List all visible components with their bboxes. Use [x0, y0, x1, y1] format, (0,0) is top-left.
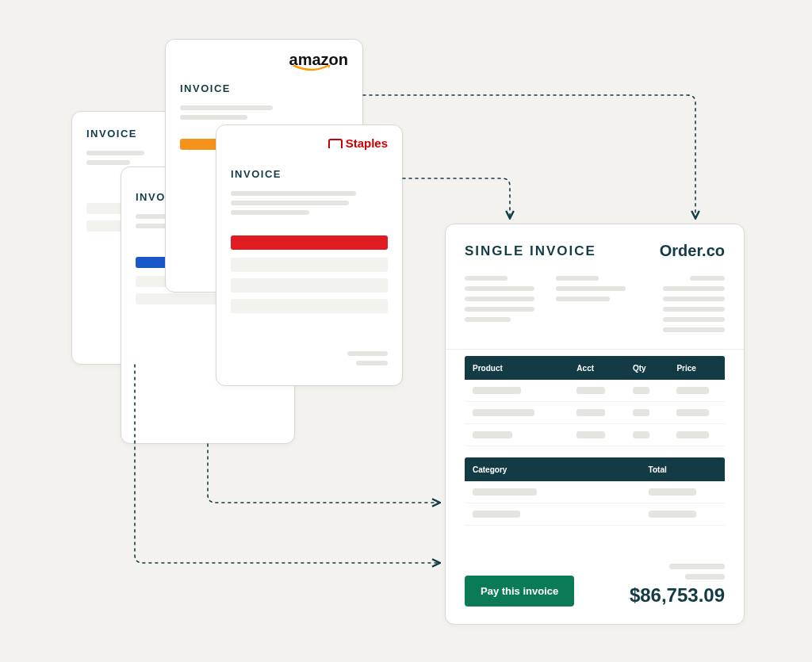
table-row	[465, 402, 725, 424]
pay-invoice-button[interactable]: Pay this invoice	[465, 576, 574, 607]
col-header-product: Product	[465, 364, 569, 373]
single-invoice-title: SINGLE INVOICE	[465, 243, 596, 259]
col-header-price: Price	[668, 364, 725, 373]
invoice-card-staples: Staples INVOICE	[216, 124, 403, 386]
staples-logo: Staples	[328, 136, 388, 150]
table-row	[465, 503, 725, 526]
single-invoice-card: SINGLE INVOICE Order.co Product A	[445, 224, 745, 625]
meta-columns	[446, 271, 744, 346]
total-amount: $86,753.09	[630, 584, 725, 607]
amazon-smile-icon	[293, 64, 332, 72]
invoice-title: INVOICE	[231, 168, 402, 180]
table-row	[465, 380, 725, 402]
invoice-total: $86,753.09	[630, 564, 725, 607]
col-header-qty: Qty	[625, 364, 668, 373]
table-row	[465, 424, 725, 446]
table-row	[465, 481, 725, 503]
accent-bar	[231, 235, 388, 250]
orderco-brand: Order.co	[660, 242, 725, 260]
col-header-total: Total	[641, 465, 725, 474]
col-header-category: Category	[465, 465, 641, 474]
staple-icon	[328, 139, 343, 148]
col-header-acct: Acct	[569, 364, 625, 373]
invoice-title: INVOICE	[180, 82, 362, 94]
amazon-logo: amazon	[289, 51, 348, 69]
line-items-table: Product Acct Qty Price	[465, 356, 725, 446]
category-table: Category Total	[465, 457, 725, 526]
